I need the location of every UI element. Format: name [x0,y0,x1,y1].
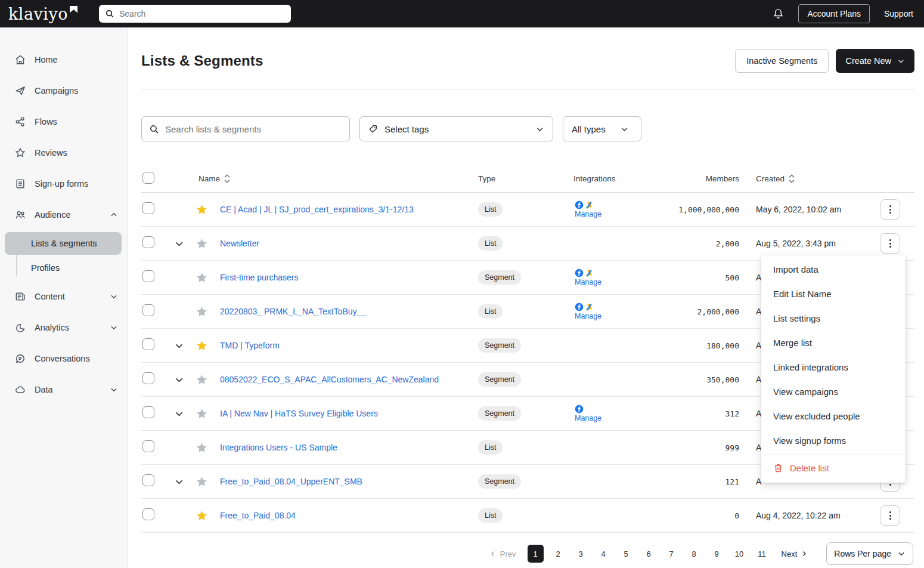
expand-chevron-icon[interactable] [174,477,184,487]
star-icon[interactable] [196,476,208,488]
list-name-link[interactable]: Free_to_Paid_08.04 [220,511,478,520]
sidebar-item-campaigns[interactable]: Campaigns [0,75,128,106]
column-header-name[interactable]: Name [199,174,220,183]
row-checkbox[interactable] [142,372,154,384]
list-name-link[interactable]: Newsletter [220,239,478,248]
page-number-button[interactable]: 6 [641,545,657,563]
page-number-button[interactable]: 11 [754,545,770,563]
expand-chevron-icon[interactable] [174,239,184,249]
list-name-link[interactable]: IA | New Nav | HaTS Survey Eligible User… [220,409,478,418]
support-link[interactable]: Support [884,9,913,18]
column-header-created[interactable]: Created [756,174,785,183]
row-checkbox[interactable] [142,236,154,248]
context-menu-item[interactable]: List settings [761,306,906,331]
sidebar-item-conversations[interactable]: Conversations [0,343,128,374]
list-name-link[interactable]: 20220803_ PRMK_L_NA_TextToBuy__ [220,307,478,316]
star-icon[interactable] [196,237,208,250]
star-icon[interactable] [196,305,208,318]
list-name-link[interactable]: Integrations Users - US Sample [220,443,478,452]
sidebar-item-home[interactable]: Home [0,44,128,75]
sidebar-item-analytics[interactable]: Analytics [0,312,128,343]
context-menu-item[interactable]: Edit List Name [761,282,906,306]
manage-integrations-link[interactable]: Manage [575,414,601,422]
list-name-link[interactable]: CE | Acad | JL | SJ_prod_cert_expiration… [220,205,478,214]
global-search[interactable] [99,5,291,23]
page-number-button[interactable]: 7 [663,545,680,563]
integrations-cell: Manage [573,405,675,422]
select-all-checkbox[interactable] [142,172,154,184]
star-icon[interactable] [196,510,208,522]
sidebar-item-data[interactable]: Data [0,374,128,405]
expand-chevron-icon[interactable] [174,341,184,351]
manage-integrations-link[interactable]: Manage [575,278,601,286]
context-menu-item[interactable]: View signup forms [761,428,906,453]
delete-list-menu-item[interactable]: Delete list [761,455,906,481]
page-number-button[interactable]: 8 [686,545,702,563]
select-tags-dropdown[interactable]: Select tags [359,116,553,141]
list-name-link[interactable]: First-time purchasers [220,273,478,282]
page-number-button[interactable]: 5 [618,545,634,563]
context-menu-item[interactable]: View campaigns [761,379,906,404]
inactive-segments-button[interactable]: Inactive Segments [735,49,829,73]
notifications-bell-icon[interactable] [773,8,784,20]
row-checkbox[interactable] [142,338,154,350]
context-menu-item[interactable]: Linked integrations [761,355,906,379]
sort-icon[interactable] [224,174,230,183]
row-checkbox[interactable] [142,508,154,520]
star-icon[interactable] [196,373,208,386]
row-checkbox[interactable] [142,270,154,282]
list-name-link[interactable]: 08052022_ECO_S_APAC_AllCustomers_AC_NewZ… [220,375,478,384]
sidebar-item-audience[interactable]: Audience [0,199,128,230]
manage-integrations-link[interactable]: Manage [575,210,601,218]
sidebar-item-profiles[interactable]: Profiles [5,257,122,279]
sidebar-item-signup-forms[interactable]: Sign-up forms [0,168,128,199]
row-checkbox[interactable] [142,304,154,316]
star-icon[interactable] [196,271,208,284]
facebook-icon [575,302,584,311]
klaviyo-logo[interactable]: klaviyo [8,5,77,23]
sidebar-item-reviews[interactable]: Reviews [0,137,128,168]
sidebar-item-content[interactable]: Content [0,281,128,312]
column-header-type: Type [478,174,495,183]
create-new-button[interactable]: Create New [836,49,914,73]
global-search-input[interactable] [119,9,285,18]
row-checkbox[interactable] [142,202,154,214]
sidebar-item-flows[interactable]: Flows [0,106,128,137]
facebook-icon [575,268,584,277]
account-plans-button[interactable]: Account Plans [798,4,870,23]
star-icon[interactable] [196,442,208,454]
audience-icon [14,209,26,221]
sidebar-item-lists-segments[interactable]: Lists & segments [5,232,122,255]
next-page-button[interactable]: Next [782,550,808,558]
all-types-dropdown[interactable]: All types [563,116,641,141]
list-name-link[interactable]: TMD | Typeform [220,341,478,350]
row-actions-kebab-button[interactable] [880,505,900,526]
page-number-button[interactable]: 9 [709,545,725,563]
star-icon[interactable] [196,408,208,420]
page-number-button[interactable]: 1 [528,545,544,563]
list-name-link[interactable]: Free_to_Paid_08.04_UpperENT_SMB [220,477,478,486]
row-actions-kebab-button[interactable] [880,233,900,254]
manage-integrations-link[interactable]: Manage [575,312,601,320]
facebook-icon [575,200,584,209]
context-menu-item[interactable]: View excluded people [761,404,906,428]
row-checkbox[interactable] [142,440,154,452]
rows-per-page-dropdown[interactable]: Rows Per page [826,542,913,565]
lists-search-field[interactable] [141,116,350,141]
expand-chevron-icon[interactable] [174,375,184,385]
page-number-button[interactable]: 10 [731,545,748,563]
context-menu-item[interactable]: Merge list [761,331,906,355]
page-number-button[interactable]: 3 [573,545,589,563]
star-icon[interactable] [196,339,208,352]
row-actions-kebab-button[interactable] [880,199,900,220]
row-checkbox[interactable] [142,406,154,418]
sort-icon[interactable] [789,174,795,183]
page-number-button[interactable]: 4 [596,545,612,563]
prev-page-button[interactable]: Prev [489,550,516,558]
context-menu-item[interactable]: Import data [761,257,906,282]
expand-chevron-icon[interactable] [174,409,184,419]
star-icon[interactable] [196,203,208,216]
lists-search-input[interactable] [165,124,342,134]
row-checkbox[interactable] [142,474,154,486]
page-number-button[interactable]: 2 [550,545,566,563]
